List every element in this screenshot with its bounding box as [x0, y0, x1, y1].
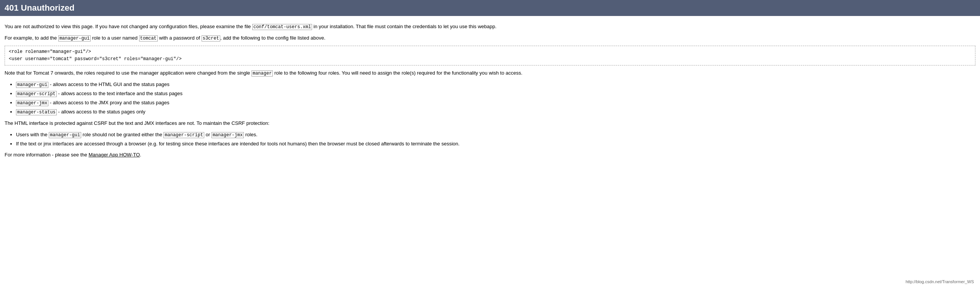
csrf-bullets-list: Users with the manager-gui role should n…: [16, 131, 975, 148]
list-item: manager-status - allows access to the st…: [16, 108, 975, 116]
role-desc-2: - allows access to the JMX proxy and the…: [48, 100, 169, 105]
csrf-bullet-1: Users with the manager-gui role should n…: [16, 131, 975, 139]
manager-gui-inline-1: manager-gui: [58, 35, 91, 41]
note-text-before: Note that for Tomcat 7 onwards, the role…: [5, 70, 251, 76]
list-item: manager-script - allows access to the te…: [16, 90, 975, 97]
config-code-block: <role rolename="manager-gui"/> <user use…: [5, 46, 975, 65]
csrf-manager-gui-code: manager-gui: [49, 132, 81, 138]
note-paragraph: Note that for Tomcat 7 onwards, the role…: [5, 69, 975, 77]
role-code-1: manager-script: [16, 91, 57, 97]
manager-howto-link[interactable]: Manager App HOW-TO: [88, 152, 140, 158]
role-code-0: manager-gui: [16, 82, 48, 88]
csrf-bullet-1-mid: role should not be granted either the: [81, 132, 163, 137]
list-item: manager-gui - allows access to the HTML …: [16, 81, 975, 88]
csrf-manager-script-code: manager-script: [163, 132, 204, 138]
intro-text-2c: with a password of: [158, 35, 202, 41]
csrf-paragraph: The HTML interface is protected against …: [5, 120, 975, 127]
role-desc-0: - allows access to the HTML GUI and the …: [48, 81, 169, 87]
intro-text-2a: For example, to add the: [5, 35, 58, 41]
list-item: manager-jmx - allows access to the JMX p…: [16, 99, 975, 107]
intro-paragraph-2: For example, to add the manager-gui role…: [5, 34, 975, 42]
intro-text-2d: , add the following to the config file l…: [220, 35, 325, 41]
csrf-bullet-1-after: roles.: [244, 132, 257, 137]
code-line-2: <user username="tomcat" password="s3cret…: [9, 56, 971, 63]
config-file-code: conf/tomcat-users.xml: [252, 24, 312, 30]
csrf-bullet-2: If the text or jmx interfaces are access…: [16, 140, 975, 148]
more-info-before: For more information - please see the: [5, 152, 88, 158]
note-text-after: role to the following four roles. You wi…: [273, 70, 522, 76]
tomcat-user-code: tomcat: [139, 35, 158, 41]
role-code-3: manager-status: [16, 109, 57, 115]
more-info-after: .: [140, 152, 141, 158]
intro-text-2b: role to a user named: [91, 35, 139, 41]
roles-list: manager-gui - allows access to the HTML …: [16, 81, 975, 116]
main-content: You are not authorized to view this page…: [0, 21, 980, 170]
manager-role-code: manager: [251, 70, 273, 77]
intro-paragraph-1: You are not authorized to view this page…: [5, 23, 975, 30]
csrf-bullet-1-before: Users with the: [16, 132, 49, 137]
csrf-manager-jmx-code: manager-jmx: [211, 132, 244, 138]
csrf-bullet-1-mid2: or: [204, 132, 211, 137]
intro-text-1: You are not authorized to view this page…: [5, 24, 252, 29]
role-code-2: manager-jmx: [16, 100, 48, 106]
role-desc-3: - allows access to the status pages only: [57, 109, 146, 115]
code-line-1: <role rolename="manager-gui"/>: [9, 48, 971, 56]
s3cret-code: s3cret: [202, 35, 220, 41]
more-info-paragraph: For more information - please see the Ma…: [5, 151, 975, 159]
page-title: 401 Unauthorized: [0, 0, 980, 16]
role-desc-1: - allows access to the text interface an…: [57, 91, 183, 96]
intro-text-1-after: in your installation. That file must con…: [312, 24, 496, 29]
